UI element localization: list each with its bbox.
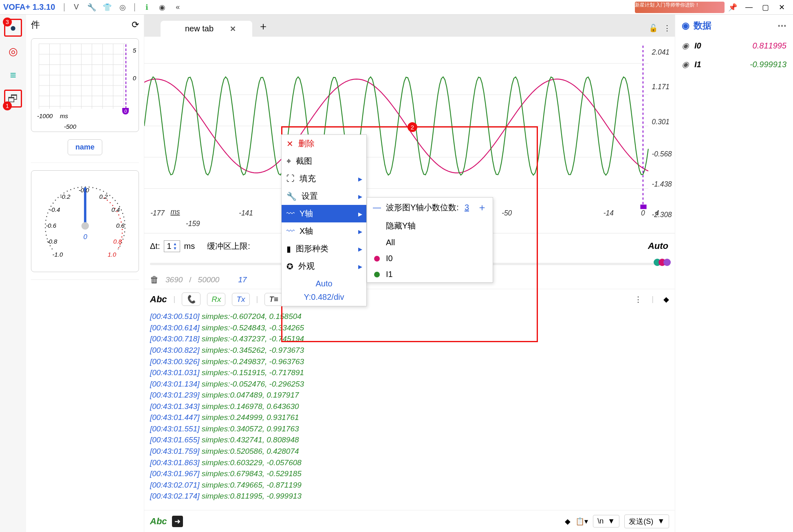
waveform-chart[interactable]: 2.041 1.171 0.301 -0.568 -1.438 -2.308 -… bbox=[144, 37, 675, 233]
data-row-i1[interactable]: ◉ I1 -0.999913 bbox=[682, 59, 786, 69]
eraser-icon[interactable]: ◆ bbox=[663, 295, 669, 304]
slider-dot-3[interactable] bbox=[663, 259, 671, 266]
sub-decimals[interactable]: — 波形图Y轴小数位数: 3 ＋ bbox=[367, 198, 493, 217]
collapse-icon[interactable]: « bbox=[172, 2, 183, 13]
target-icon[interactable]: ◎ bbox=[117, 2, 128, 13]
svg-text:-0.0: -0.0 bbox=[78, 187, 89, 193]
text-format-icon[interactable]: T≡ bbox=[264, 293, 283, 306]
data-panel-menu[interactable]: ⋯ bbox=[778, 20, 786, 31]
shirt-icon[interactable]: 👕 bbox=[102, 2, 112, 13]
svg-text:-0.8: -0.8 bbox=[46, 238, 57, 245]
count-max: 50000 bbox=[198, 275, 220, 284]
svg-text:2.041: 2.041 bbox=[652, 48, 670, 56]
ctx-y-axis[interactable]: 〰Y轴▸ bbox=[282, 205, 366, 222]
ctx-auto[interactable]: Auto bbox=[282, 275, 366, 292]
tab-menu-icon[interactable]: ⋮ bbox=[663, 24, 671, 33]
capture-icon: ⌖ bbox=[286, 156, 291, 166]
close-button[interactable]: ✕ bbox=[773, 1, 790, 13]
eye-icon[interactable]: ◉ bbox=[682, 41, 689, 51]
rail-list-button[interactable]: ≡ bbox=[4, 66, 22, 84]
svg-text:0: 0 bbox=[83, 233, 87, 241]
mini-plot-widget[interactable]: 5 0 -1000 ms -500 0 bbox=[31, 38, 139, 132]
ctx-settings[interactable]: 🔧设置▸ bbox=[282, 187, 366, 205]
buffer-label: 缓冲区上限: bbox=[207, 241, 250, 252]
send-clipboard-icon[interactable]: 📋▾ bbox=[575, 517, 588, 526]
send-mode-icon[interactable]: ➜ bbox=[172, 516, 183, 527]
info-icon[interactable]: ℹ bbox=[141, 2, 152, 13]
close-icon: ✕ bbox=[286, 139, 293, 149]
tab-new[interactable]: new tab ✕ bbox=[161, 21, 252, 37]
send-eraser-icon[interactable]: ◆ bbox=[565, 517, 571, 526]
send-abc[interactable]: Abc bbox=[150, 516, 167, 527]
minimize-button[interactable]: — bbox=[741, 1, 757, 13]
ctx-appearance[interactable]: ✪外观▸ bbox=[282, 257, 366, 275]
maximize-button[interactable]: ▢ bbox=[757, 1, 773, 13]
promo-banner[interactable]: 新星计划 入门导师带你进阶！ bbox=[635, 2, 725, 13]
eye-icon[interactable]: ◉ bbox=[682, 59, 689, 69]
svg-text:-1.438: -1.438 bbox=[652, 180, 672, 188]
ctx-screenshot[interactable]: ⌖截图 bbox=[282, 152, 366, 170]
refresh-icon[interactable]: ⟳ bbox=[132, 20, 139, 30]
sub-all[interactable]: All bbox=[367, 235, 493, 251]
badge-3: 3 bbox=[3, 18, 12, 26]
tab-close-icon[interactable]: ✕ bbox=[230, 24, 236, 33]
svg-text:-159: -159 bbox=[186, 220, 200, 228]
svg-text:-14: -14 bbox=[604, 209, 614, 217]
eye-icon[interactable]: ◉ bbox=[682, 20, 689, 31]
ctx-fill[interactable]: ⛶填充▸ bbox=[282, 170, 366, 187]
y-axis-submenu: — 波形图Y轴小数位数: 3 ＋ 隐藏Y轴 All I0 I1 bbox=[367, 197, 493, 283]
newline-select[interactable]: \n▼ bbox=[593, 515, 619, 528]
rail-connection-button[interactable]: ● 3 bbox=[4, 19, 22, 37]
svg-text:-50: -50 bbox=[502, 209, 512, 217]
svg-text:-0.4: -0.4 bbox=[49, 206, 60, 213]
rx-toggle[interactable]: Rx bbox=[207, 293, 225, 306]
dt-spinner[interactable]: 1 ▲▼ bbox=[164, 240, 180, 252]
ctx-plot-type[interactable]: ▮图形种类▸ bbox=[282, 240, 366, 257]
ctx-delete[interactable]: ✕删除 bbox=[282, 135, 366, 152]
svg-text:-141: -141 bbox=[239, 209, 253, 217]
tab-add-button[interactable]: ＋ bbox=[258, 19, 269, 33]
count-extra: 17 bbox=[238, 275, 247, 284]
left-rail: ● 3 ◎ ≡ 🗗 1 bbox=[0, 15, 26, 532]
tx-toggle[interactable]: Tx bbox=[232, 293, 249, 306]
svg-text:-0.6: -0.6 bbox=[46, 222, 56, 229]
abc-toggle[interactable]: Abc bbox=[150, 294, 167, 305]
svg-text:-0.568: -0.568 bbox=[652, 150, 672, 158]
pin-icon[interactable]: 📌 bbox=[725, 1, 741, 13]
name-button[interactable]: name bbox=[68, 139, 102, 155]
widgets-panel-title: 件 bbox=[31, 19, 40, 31]
data-panel-title: 数据 bbox=[694, 20, 711, 32]
sub-hide-y[interactable]: 隐藏Y轴 bbox=[367, 217, 493, 235]
bars-icon: ▮ bbox=[286, 244, 291, 254]
gauge-widget[interactable]: -1.0 -0.8 -0.6 -0.4 -0.2 -0.0 0.2 0.4 0.… bbox=[31, 170, 139, 272]
send-button[interactable]: 发送(S)▼ bbox=[624, 514, 669, 528]
log-output[interactable]: [00:43:00.510] simples:-0.607204, 0.1585… bbox=[144, 309, 675, 510]
titlebar: VOFA+ 1.3.10 V 🔧 👕 ◎ ℹ ◉ « 新星计划 入门导师带你进阶… bbox=[0, 0, 793, 15]
minus-icon[interactable]: — bbox=[373, 203, 381, 212]
sub-i1[interactable]: I1 bbox=[367, 266, 493, 282]
data-row-i0[interactable]: ◉ I0 0.811995 bbox=[682, 41, 786, 51]
log-menu-icon[interactable]: ⋮ bbox=[634, 295, 642, 304]
wrench-icon[interactable]: 🔧 bbox=[86, 2, 97, 13]
fingerprint-icon[interactable]: ◉ bbox=[157, 2, 167, 13]
svg-text:0.2: 0.2 bbox=[99, 193, 108, 200]
v-icon[interactable]: V bbox=[71, 2, 82, 13]
sub-i0[interactable]: I0 bbox=[367, 251, 493, 266]
wave-icon: 〰 bbox=[286, 209, 295, 218]
auto-label[interactable]: Auto bbox=[648, 241, 668, 251]
rail-widgets-button[interactable]: 🗗 1 bbox=[4, 90, 22, 108]
wrench-icon: 🔧 bbox=[286, 191, 297, 201]
tab-label: new tab bbox=[185, 24, 214, 33]
trash-icon[interactable]: 🗑 bbox=[150, 275, 159, 285]
plus-icon[interactable]: ＋ bbox=[477, 201, 487, 214]
rail-record-button[interactable]: ◎ bbox=[4, 42, 22, 60]
ctx-x-axis[interactable]: 〰X轴▸ bbox=[282, 222, 366, 240]
phone-icon[interactable]: 📞 bbox=[182, 292, 200, 306]
lock-icon[interactable]: 🔓 bbox=[649, 24, 658, 33]
svg-text:4: 4 bbox=[655, 209, 659, 217]
center-area: new tab ✕ ＋ 🔓 ⋮ bbox=[144, 15, 675, 532]
annotation-badge-2: 2 bbox=[408, 122, 417, 132]
svg-text:1.171: 1.171 bbox=[652, 83, 670, 91]
ctx-y-div: Y:0.482/div bbox=[282, 292, 366, 306]
data-panel: ◉ 数据 ⋯ ◉ I0 0.811995 ◉ I1 -0.999913 bbox=[675, 15, 793, 532]
